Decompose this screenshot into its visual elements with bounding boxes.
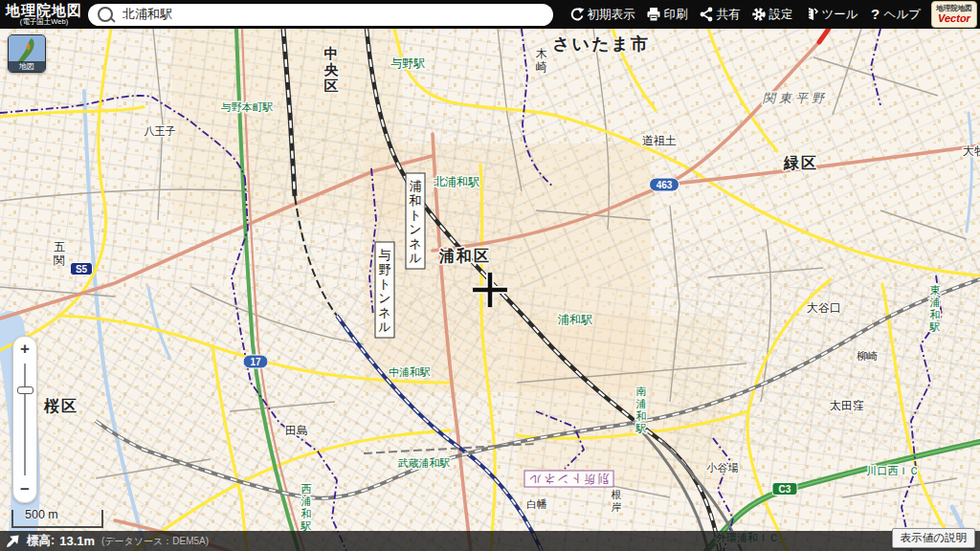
top-bar: 地理院地図 (電子国土Web) 初期表示 印刷: [0, 0, 980, 29]
svg-text:C3: C3: [779, 484, 791, 495]
map-viewport[interactable]: 17463S5C3 さいたま市中央区木崎与野駅与野本町駅八王子関東平野道祖土緑区…: [0, 0, 980, 551]
share-label: 共有: [717, 7, 741, 23]
zoom-slider-track[interactable]: [24, 364, 26, 475]
map-label: 浦和区: [438, 247, 491, 264]
map-label: 西浦和駅: [301, 483, 312, 532]
help-button[interactable]: ? ヘルプ: [869, 7, 921, 23]
print-button[interactable]: 印刷: [646, 7, 688, 23]
search-input[interactable]: [121, 7, 544, 23]
zoom-control: + −: [12, 336, 37, 503]
route-shield: S5: [71, 263, 93, 276]
share-button[interactable]: 共有: [699, 7, 741, 23]
map-label: 白幡: [526, 498, 547, 510]
elevation-label: 標高:: [27, 533, 55, 549]
overview-map-button[interactable]: 地図: [8, 34, 46, 73]
map-label: 緑区: [783, 155, 818, 171]
settings-label: 設定: [769, 7, 793, 23]
map-label: 東浦和駅: [929, 284, 941, 333]
map-label: 木崎: [535, 47, 547, 74]
map-label: 根岸: [612, 489, 622, 513]
map-label: 与野本町駅: [221, 101, 274, 113]
search-box[interactable]: [88, 4, 553, 26]
map-canvas[interactable]: 17463S5C3 さいたま市中央区木崎与野駅与野本町駅八王子関東平野道祖土緑区…: [0, 0, 980, 551]
map-label: 桜区: [43, 398, 78, 414]
tools-button[interactable]: ツール: [804, 7, 858, 23]
gsi-vector-badge[interactable]: 地理院地図 Vector: [931, 1, 977, 28]
tools-icon: [804, 7, 819, 22]
share-icon: [699, 7, 714, 22]
zoom-out-button[interactable]: −: [13, 479, 36, 500]
map-label: 小谷場: [706, 462, 739, 474]
map-label: さいたま市: [552, 34, 650, 54]
settings-button[interactable]: 設定: [751, 7, 793, 23]
elevation-value: 13.1m: [59, 534, 95, 548]
map-label: 川口西ＩＣ: [867, 465, 920, 476]
elevation-arrow-icon: [6, 534, 20, 548]
map-label: 関東平野: [763, 91, 828, 105]
map-label: 北浦和駅: [434, 175, 479, 188]
route-shield: C3: [772, 483, 797, 496]
zoom-slider-handle[interactable]: [17, 386, 33, 394]
map-label: 武蔵浦和駅: [398, 457, 451, 469]
tools-label: ツール: [822, 7, 858, 23]
scale-bar-label: 500 m: [25, 508, 58, 521]
map-label: 五関: [54, 240, 65, 267]
svg-text:463: 463: [657, 180, 673, 190]
gear-icon: [751, 7, 767, 22]
map-label: 与野トンネル: [378, 248, 390, 334]
map-label: 大牧: [963, 144, 980, 158]
map-label: 中央区: [323, 45, 341, 94]
map-label: 浦和トンネル: [409, 179, 422, 265]
map-label: 大谷口: [807, 301, 841, 315]
map-label: 田島: [285, 424, 308, 437]
status-bar: 標高: 13.1m (データソース：DEM5A): [0, 531, 980, 551]
value-legend-button[interactable]: 表示値の説明: [892, 528, 975, 548]
search-icon: [98, 7, 113, 22]
route-shield: 463: [650, 178, 679, 191]
svg-text:?: ?: [871, 7, 880, 22]
map-label: 道祖土: [642, 134, 677, 147]
svg-text:17: 17: [250, 357, 261, 367]
map-label: 柳崎: [857, 350, 878, 362]
map-label: 南浦和駅: [635, 386, 647, 434]
scale-bar: 500 m: [11, 510, 103, 528]
elevation-datasource: (データソース：DEM5A): [101, 535, 209, 548]
reset-view-button[interactable]: 初期表示: [569, 7, 635, 23]
reset-icon: [569, 7, 585, 22]
print-icon: [646, 7, 661, 22]
map-label: 八王子: [145, 125, 176, 137]
reset-view-label: 初期表示: [588, 7, 635, 23]
map-label: 中浦和駅: [389, 366, 431, 378]
map-label: 与野駅: [390, 56, 425, 70]
route-shield: 17: [243, 355, 268, 368]
map-label: 浦和駅: [557, 313, 592, 326]
help-label: ヘルプ: [884, 7, 921, 23]
map-label: 別所トンネル: [527, 473, 609, 486]
print-label: 印刷: [664, 7, 688, 23]
app-logo[interactable]: 地理院地図 (電子国土Web): [0, 3, 88, 26]
overview-map-label: 地図: [9, 61, 45, 72]
help-icon: ?: [869, 7, 881, 22]
zoom-in-button[interactable]: +: [13, 339, 36, 360]
vector-badge-line2: Vector: [932, 13, 976, 24]
map-label: 太田窪: [830, 399, 864, 412]
svg-text:S5: S5: [76, 264, 88, 275]
app-subtitle: (電子国土Web): [0, 18, 88, 26]
app-title: 地理院地図: [0, 3, 88, 17]
vector-badge-line1: 地理院地図: [932, 5, 976, 12]
